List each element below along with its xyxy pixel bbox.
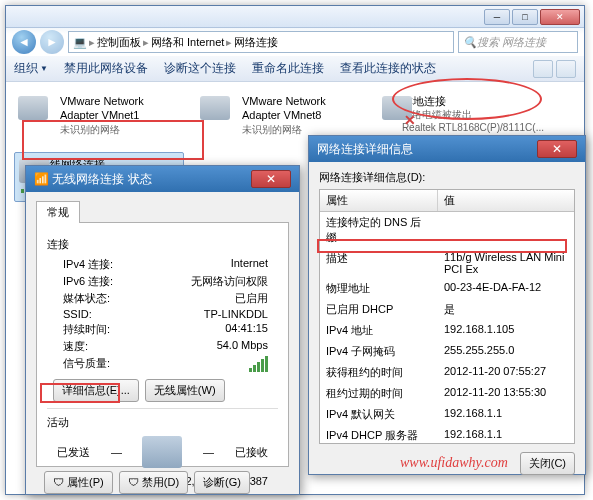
- prop-name: 已启用 DHCP: [320, 299, 438, 320]
- search-placeholder: 搜索 网络连接: [477, 35, 546, 50]
- prop-value: 255.255.255.0: [438, 341, 574, 362]
- adapter-status: 未识别的网络: [60, 123, 180, 136]
- adapter-vmnet1[interactable]: VMware Network Adapter VMnet1 未识别的网络: [14, 90, 184, 140]
- connection-details-dialog: 网络连接详细信息 ✕ 网络连接详细信息(D): 属性 值 连接特定的 DNS 后…: [308, 135, 586, 475]
- disable-device-button[interactable]: 禁用此网络设备: [64, 60, 148, 77]
- details-button[interactable]: 详细信息(E)...: [53, 379, 139, 402]
- search-icon: 🔍: [463, 36, 477, 49]
- received-label: 已接收: [235, 445, 268, 460]
- prop-name: IPv4 地址: [320, 320, 438, 341]
- adapter-name: 本地连接: [402, 94, 544, 108]
- help-button[interactable]: [556, 60, 576, 78]
- table-row[interactable]: IPv4 DHCP 服务器192.168.1.1: [320, 425, 574, 444]
- adapter-name: VMware Network Adapter VMnet1: [60, 94, 180, 123]
- prop-name: 获得租约的时间: [320, 362, 438, 383]
- prop-name: IPv4 DHCP 服务器: [320, 425, 438, 444]
- disable-button[interactable]: 🛡 禁用(D): [119, 471, 188, 494]
- view-options-button[interactable]: [533, 60, 553, 78]
- close-button[interactable]: ✕: [537, 140, 577, 158]
- adapter-icon: ✕: [382, 94, 396, 130]
- sent-label: 已发送: [57, 445, 90, 460]
- signal-strength-icon: [249, 356, 268, 372]
- folder-icon: 💻: [73, 36, 87, 49]
- adapter-local[interactable]: ✕ 本地连接 网络电缆被拔出 Realtek RTL8168C(P)/8111C…: [378, 90, 548, 140]
- close-button[interactable]: 关闭(C): [520, 452, 575, 475]
- details-label: 网络连接详细信息(D):: [319, 170, 575, 185]
- diagnose-button[interactable]: 诊断(G): [194, 471, 250, 494]
- activity-icon: [142, 436, 182, 468]
- adapter-vmnet8[interactable]: VMware Network Adapter VMnet8 未识别的网络: [196, 90, 366, 140]
- breadcrumb-item[interactable]: 控制面板: [97, 35, 141, 50]
- properties-button[interactable]: 🛡 属性(P): [44, 471, 113, 494]
- prop-value: 192.168.1.1: [438, 425, 574, 444]
- adapter-status: 网络电缆被拔出: [402, 108, 544, 121]
- prop-value: 192.168.1.105: [438, 320, 574, 341]
- table-row[interactable]: 描述11b/g Wireless LAN Mini PCI Ex: [320, 248, 574, 278]
- adapter-icon: [200, 94, 236, 130]
- dialog-title: 无线网络连接 状态: [52, 171, 151, 188]
- chevron-right-icon: ▸: [143, 36, 149, 49]
- wifi-bars-icon: 📶: [34, 172, 49, 186]
- prop-name: 租约过期的时间: [320, 383, 438, 404]
- chevron-down-icon: ▼: [40, 64, 48, 73]
- wireless-properties-button[interactable]: 无线属性(W): [145, 379, 225, 402]
- organize-menu[interactable]: 组织 ▼: [14, 60, 48, 77]
- activity-section-label: 活动: [47, 415, 278, 430]
- disconnected-icon: ✕: [404, 112, 416, 128]
- breadcrumb-item[interactable]: 网络连接: [234, 35, 278, 50]
- dialog-title: 网络连接详细信息: [317, 141, 413, 158]
- table-row[interactable]: IPv4 默认网关192.168.1.1: [320, 404, 574, 425]
- navbar: ◄ ► 💻 ▸ 控制面板 ▸ 网络和 Internet ▸ 网络连接 🔍 搜索 …: [6, 28, 584, 56]
- tab-general[interactable]: 常规: [36, 201, 80, 223]
- prop-value: 2012-11-20 07:55:27: [438, 362, 574, 383]
- prop-value: 00-23-4E-DA-FA-12: [438, 278, 574, 299]
- back-button[interactable]: ◄: [12, 30, 36, 54]
- diagnose-button[interactable]: 诊断这个连接: [164, 60, 236, 77]
- table-row[interactable]: IPv4 地址192.168.1.105: [320, 320, 574, 341]
- prop-name: 描述: [320, 248, 438, 278]
- prop-value: 11b/g Wireless LAN Mini PCI Ex: [438, 248, 574, 278]
- prop-name: IPv4 默认网关: [320, 404, 438, 425]
- wireless-status-dialog: 📶 无线网络连接 状态 ✕ 常规 连接 IPv4 连接:Internet IPv…: [25, 165, 300, 495]
- search-input[interactable]: 🔍 搜索 网络连接: [458, 31, 578, 53]
- table-row[interactable]: IPv4 子网掩码255.255.255.0: [320, 341, 574, 362]
- breadcrumb-item[interactable]: 网络和 Internet: [151, 35, 224, 50]
- column-property[interactable]: 属性: [320, 190, 438, 211]
- titlebar: ─ □ ✕: [6, 6, 584, 28]
- minimize-button[interactable]: ─: [484, 9, 510, 25]
- view-status-button[interactable]: 查看此连接的状态: [340, 60, 436, 77]
- toolbar: 组织 ▼ 禁用此网络设备 诊断这个连接 重命名此连接 查看此连接的状态: [6, 56, 584, 82]
- prop-value: 192.168.1.1: [438, 404, 574, 425]
- prop-value: 是: [438, 299, 574, 320]
- dialog-titlebar: 📶 无线网络连接 状态 ✕: [26, 166, 299, 192]
- table-row[interactable]: 租约过期的时间2012-11-20 13:55:30: [320, 383, 574, 404]
- prop-name: 连接特定的 DNS 后缀: [320, 212, 438, 248]
- details-table: 属性 值 连接特定的 DNS 后缀描述11b/g Wireless LAN Mi…: [319, 189, 575, 444]
- table-row[interactable]: 已启用 DHCP是: [320, 299, 574, 320]
- prop-value: 2012-11-20 13:55:30: [438, 383, 574, 404]
- table-row[interactable]: 物理地址00-23-4E-DA-FA-12: [320, 278, 574, 299]
- maximize-button[interactable]: □: [512, 9, 538, 25]
- adapter-icon: [18, 94, 54, 130]
- prop-name: IPv4 子网掩码: [320, 341, 438, 362]
- column-value[interactable]: 值: [438, 190, 574, 211]
- table-row[interactable]: 连接特定的 DNS 后缀: [320, 212, 574, 248]
- forward-button[interactable]: ►: [40, 30, 64, 54]
- chevron-right-icon: ▸: [226, 36, 232, 49]
- adapter-name: VMware Network Adapter VMnet8: [242, 94, 362, 123]
- prop-value: [438, 212, 574, 248]
- table-row[interactable]: 获得租约的时间2012-11-20 07:55:27: [320, 362, 574, 383]
- prop-name: 物理地址: [320, 278, 438, 299]
- breadcrumb[interactable]: 💻 ▸ 控制面板 ▸ 网络和 Internet ▸ 网络连接: [68, 31, 454, 53]
- close-button[interactable]: ✕: [251, 170, 291, 188]
- connection-section-label: 连接: [47, 237, 278, 252]
- dialog-titlebar: 网络连接详细信息 ✕: [309, 136, 585, 162]
- adapter-desc: Realtek RTL8168C(P)/8111C(...: [402, 121, 544, 134]
- rename-button[interactable]: 重命名此连接: [252, 60, 324, 77]
- chevron-right-icon: ▸: [89, 36, 95, 49]
- close-button[interactable]: ✕: [540, 9, 580, 25]
- adapter-status: 未识别的网络: [242, 123, 362, 136]
- watermark: www.ufidawhy.com: [400, 455, 508, 471]
